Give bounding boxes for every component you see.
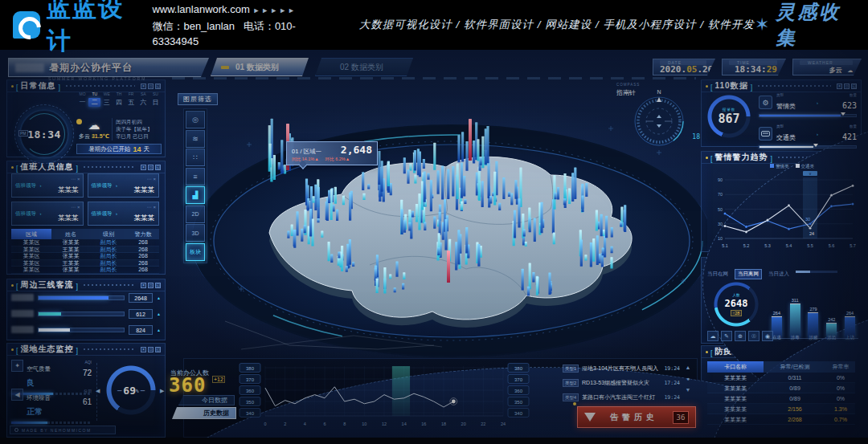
alert-tag: 类型4 <box>563 393 579 401</box>
tab-marker-icon <box>221 66 229 69</box>
chevron-right-icon: › <box>817 132 821 136</box>
week-calendar: MOTUWETHFRSASU 一二三四五六日 <box>76 92 162 107</box>
alert-row[interactable]: 类型4某路口有小汽车连闯三个红灯19:24 <box>563 392 680 403</box>
close-icon[interactable]: × <box>141 84 146 89</box>
alert-time: 19:24 <box>664 394 680 401</box>
expand-icon[interactable]: ◱ <box>155 165 161 170</box>
panel-icon[interactable]: □ <box>844 84 850 89</box>
card-close-icon[interactable]: ⋯ × <box>71 176 80 181</box>
chevron-right-icon: › <box>39 211 41 216</box>
gauge-value: 867 <box>718 112 739 126</box>
table-row: 某某某某2/1561.3% <box>707 404 855 414</box>
3d-button[interactable]: 3D <box>186 224 205 242</box>
warning-triangle-icon <box>584 413 596 422</box>
platform-title-plate: 暑期办公协作平台 <box>8 58 209 77</box>
expand-icon[interactable]: ◱ <box>155 347 161 352</box>
office-history-button[interactable]: 历史数据 <box>172 407 236 419</box>
right-arrow-icon[interactable]: ▶ <box>160 388 164 394</box>
alert-text: 某路口有小汽车连闯三个红灯 <box>582 393 661 401</box>
card-close-icon[interactable]: ⋯ × <box>147 204 156 210</box>
alarm-type-row: ⚙ 类型警情类 › 数量623 <box>759 93 857 117</box>
panel-icon[interactable]: □ <box>148 84 154 89</box>
redacted-label <box>11 294 34 301</box>
svg-text:22: 22 <box>481 422 485 426</box>
target-icon[interactable]: ⊕ <box>735 331 746 341</box>
flow-row: 612▲ <box>11 308 161 319</box>
epidemic-table-header: 卡口名称异常/已检测异常率 <box>707 361 855 373</box>
weather-value: 多云 ☁ <box>800 64 853 75</box>
svg-text:24: 24 <box>809 231 814 236</box>
person-icon[interactable]: ☉ <box>748 331 760 341</box>
cloud-sun-icon: ☁ <box>76 118 112 132</box>
signal-icon[interactable]: ≋ <box>186 130 205 148</box>
expand-icon[interactable]: ◱ <box>155 283 161 288</box>
tab-01[interactable]: 01 数据类别 <box>211 58 309 76</box>
2d-button[interactable]: 2D <box>186 206 205 223</box>
svg-text:370: 370 <box>514 377 523 382</box>
camera-icon[interactable]: ◎ <box>186 111 205 128</box>
chevron-right-icon: › <box>39 183 41 188</box>
block-button[interactable]: 板块 <box>186 243 205 261</box>
inspiration-collection[interactable]: ✶ 灵感收集 <box>755 0 850 51</box>
svg-text:5.1: 5.1 <box>722 243 728 248</box>
website-link[interactable]: www.lanlanwork.com <box>152 3 249 15</box>
svg-text:350: 350 <box>514 400 523 405</box>
svg-text:24: 24 <box>501 422 506 426</box>
panel-title-eco: 湿地生态监控 <box>21 344 74 355</box>
expand-icon[interactable]: ◱ <box>155 84 161 89</box>
platform-subtitle: SUMMER WORKING PLATFORM <box>48 76 209 81</box>
close-icon[interactable]: × <box>837 84 842 89</box>
compass-value: 18 <box>692 133 700 141</box>
alert-row[interactable]: 类型1湿地3-104片区有不明人员闯入19:24 <box>563 363 680 374</box>
alert-tag: 类型2 <box>563 379 579 387</box>
window-icons: ×□◱ <box>837 84 857 89</box>
alarm-type-row: 类型交通类 › 数量421 <box>759 124 857 149</box>
tab-02[interactable]: 02 数据类别 <box>315 58 413 76</box>
expand-icon[interactable]: ◱ <box>851 84 857 89</box>
svg-text:12: 12 <box>382 422 387 426</box>
alarm-type-rows: ⚙ 类型警情类 › 数量623 类型交通类 › 数量421 <box>759 93 857 156</box>
duty-leader-card: 值班领导 ›⋯ ×某某某 <box>11 173 84 198</box>
svg-text:370: 370 <box>246 377 255 382</box>
office-today-button[interactable]: 今日数据 <box>178 395 235 405</box>
focus-count-gauge: 人数2648↑28 <box>710 279 762 330</box>
card-close-icon[interactable]: ⋯ × <box>71 204 80 210</box>
redacted-label <box>11 310 34 317</box>
date-plate: DATE 2020.05.26 <box>653 59 715 75</box>
edit-icon[interactable]: ✎ <box>721 331 732 341</box>
svg-text:5.3: 5.3 <box>764 243 771 248</box>
card-close-icon[interactable]: ⋯ × <box>147 176 156 181</box>
alert-history-button[interactable]: 告警历史 36 <box>577 406 696 428</box>
panel-icon[interactable]: □ <box>148 165 154 170</box>
duty-leader-cards: 值班领导 ›⋯ ×某某某值班领导 ›⋯ ×某某某值班领导 ›⋯ ×某某某值班领导… <box>11 173 159 226</box>
close-icon[interactable]: × <box>141 347 146 352</box>
globe-icon[interactable]: ◉ <box>762 331 773 341</box>
close-icon[interactable]: × <box>141 283 146 288</box>
panel-icon[interactable]: □ <box>148 283 154 288</box>
barchart-icon[interactable]: ▟ <box>186 186 205 204</box>
noise-icon: ◀ <box>11 389 23 401</box>
mini-scrollbar[interactable] <box>796 271 837 273</box>
scroll-up-icon[interactable]: ▲ <box>686 365 691 370</box>
wechat-value: ben_lanlan <box>183 20 235 32</box>
cloud-icon[interactable]: ☁ <box>707 331 719 341</box>
list-icon[interactable]: ≡ <box>186 168 205 185</box>
arrows-decoration: ►►►►► <box>252 6 297 14</box>
alert-row[interactable]: 类型2RD13-53烟感报警疑似火灾17:24 <box>563 377 680 389</box>
summer-notice-bar: 暑期办公已开始14天 <box>76 144 162 154</box>
table-row: 某某区张某某副局长268 <box>11 267 159 274</box>
close-icon[interactable]: × <box>141 165 146 170</box>
focus-tab[interactable]: 当日在网 <box>707 271 728 278</box>
grid-icon[interactable]: ∷ <box>186 149 205 166</box>
scroll-down-icon[interactable]: ▼ <box>686 387 691 393</box>
duty-table-header: 区域姓名级别警力数 <box>11 229 159 239</box>
compass-label: 指南针 <box>616 88 636 97</box>
left-arrow-icon[interactable]: ◀ <box>96 388 100 394</box>
panel-icon[interactable]: □ <box>148 347 154 352</box>
svg-text:20: 20 <box>461 422 466 426</box>
svg-text:380: 380 <box>246 366 255 371</box>
table-row: 某某某某0/890% <box>707 383 855 393</box>
duty-table: 区域姓名级别警力数某某区张某某副局长268某某区王某某副局长268某某区张某某副… <box>11 229 159 274</box>
table-row: 某某区王某某副局长268 <box>11 260 159 267</box>
scroll-dot-icon[interactable]: ● <box>686 376 690 381</box>
